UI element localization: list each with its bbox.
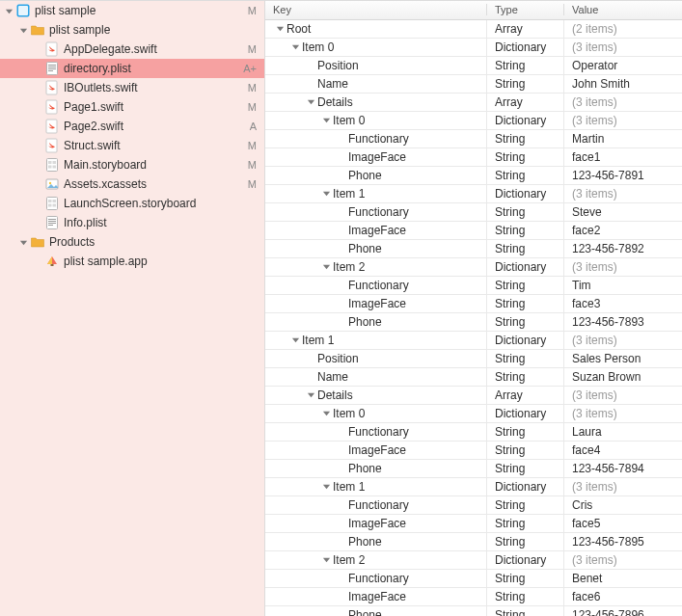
plist-key-cell[interactable]: Name (265, 368, 487, 386)
plist-value-cell[interactable]: Steve (564, 203, 682, 221)
plist-key-cell[interactable]: Item 1 (265, 478, 487, 495)
navigator-item[interactable]: Info.plist (0, 213, 264, 232)
plist-row[interactable]: ImageFaceStringface1 (265, 148, 682, 167)
plist-key-cell[interactable]: Phone (265, 606, 487, 616)
plist-row[interactable]: PhoneString123-456-7892 (265, 240, 682, 258)
plist-key-cell[interactable]: Item 1 (265, 185, 487, 202)
navigator-item[interactable]: plist sampleM (0, 1, 264, 20)
plist-key-cell[interactable]: Functionary (265, 570, 487, 587)
plist-row[interactable]: Item 0Dictionary(3 items) (265, 405, 682, 423)
plist-row[interactable]: ImageFaceStringface2 (265, 222, 682, 240)
plist-type-cell[interactable]: String (487, 148, 564, 166)
plist-row[interactable]: Item 1Dictionary(3 items) (265, 332, 682, 350)
plist-row[interactable]: FunctionaryStringCris (265, 496, 682, 515)
plist-value-cell[interactable]: (3 items) (564, 94, 682, 111)
plist-row[interactable]: DetailsArray(3 items) (265, 387, 682, 405)
plist-type-cell[interactable]: Array (487, 387, 564, 404)
plist-row[interactable]: Item 2Dictionary(3 items) (265, 551, 682, 570)
plist-type-cell[interactable]: Dictionary (487, 478, 564, 495)
plist-row[interactable]: Item 1Dictionary(3 items) (265, 478, 682, 496)
plist-type-cell[interactable]: String (487, 606, 564, 616)
plist-value-cell[interactable]: (3 items) (564, 258, 682, 276)
plist-type-cell[interactable]: String (487, 515, 564, 532)
plist-row[interactable]: PhoneString123-456-7893 (265, 313, 682, 332)
plist-key-cell[interactable]: Phone (265, 240, 487, 257)
plist-key-cell[interactable]: Phone (265, 167, 487, 184)
plist-type-cell[interactable]: String (487, 277, 564, 294)
plist-value-cell[interactable]: (3 items) (564, 478, 682, 495)
plist-row[interactable]: NameStringSuzan Brown (265, 368, 682, 387)
plist-key-cell[interactable]: Details (265, 94, 487, 111)
plist-value-cell[interactable]: (3 items) (564, 332, 682, 349)
plist-key-cell[interactable]: ImageFace (265, 442, 487, 459)
disclosure-triangle-icon[interactable] (290, 42, 300, 52)
navigator-item[interactable]: Page1.swiftM (0, 97, 264, 117)
plist-type-cell[interactable]: Dictionary (487, 332, 564, 349)
plist-key-cell[interactable]: Item 2 (265, 551, 487, 569)
plist-value-cell[interactable]: 123-456-7895 (564, 533, 682, 550)
plist-row[interactable]: Item 1Dictionary(3 items) (265, 185, 682, 203)
plist-row[interactable]: PhoneString123-456-7895 (265, 533, 682, 551)
plist-value-cell[interactable]: face1 (564, 148, 682, 166)
navigator-item[interactable]: Products (0, 232, 264, 252)
plist-type-cell[interactable]: String (487, 313, 564, 331)
plist-type-cell[interactable]: String (487, 423, 564, 441)
plist-row[interactable]: ImageFaceStringface3 (265, 295, 682, 313)
disclosure-triangle-icon[interactable] (18, 25, 28, 35)
plist-type-cell[interactable]: Array (487, 20, 564, 38)
plist-value-cell[interactable]: (3 items) (564, 185, 682, 202)
plist-value-cell[interactable]: John Smith (564, 75, 682, 93)
header-value[interactable]: Value (564, 4, 682, 15)
plist-type-cell[interactable]: String (487, 167, 564, 184)
plist-value-cell[interactable]: Suzan Brown (564, 368, 682, 386)
plist-value-cell[interactable]: (3 items) (564, 112, 682, 129)
plist-row[interactable]: FunctionaryStringSteve (265, 203, 682, 222)
plist-type-cell[interactable]: Dictionary (487, 112, 564, 129)
disclosure-triangle-icon[interactable] (321, 555, 331, 565)
plist-key-cell[interactable]: Phone (265, 460, 487, 477)
plist-type-cell[interactable]: String (487, 570, 564, 587)
plist-key-cell[interactable]: Item 0 (265, 39, 487, 56)
plist-key-cell[interactable]: Details (265, 387, 487, 404)
navigator-item[interactable]: AppDelegate.swiftM (0, 40, 264, 59)
plist-body[interactable]: RootArray(2 items)Item 0Dictionary(3 ite… (265, 20, 682, 616)
disclosure-triangle-icon[interactable] (275, 24, 285, 34)
disclosure-triangle-icon[interactable] (321, 189, 331, 199)
plist-row[interactable]: FunctionaryStringTim (265, 277, 682, 295)
plist-type-cell[interactable]: String (487, 240, 564, 257)
plist-value-cell[interactable]: Cris (564, 496, 682, 514)
plist-type-cell[interactable]: Array (487, 94, 564, 111)
plist-value-cell[interactable]: 123-456-7896 (564, 606, 682, 616)
plist-type-cell[interactable]: String (487, 57, 564, 74)
plist-type-cell[interactable]: String (487, 222, 564, 239)
plist-row[interactable]: ImageFaceStringface6 (265, 588, 682, 606)
plist-type-cell[interactable]: String (487, 203, 564, 221)
header-key[interactable]: Key (265, 4, 487, 15)
plist-type-cell[interactable]: String (487, 368, 564, 386)
plist-value-cell[interactable]: face3 (564, 295, 682, 312)
plist-type-cell[interactable]: String (487, 295, 564, 312)
navigator-item[interactable]: directory.plistA+ (0, 59, 264, 78)
plist-key-cell[interactable]: Functionary (265, 130, 487, 147)
disclosure-triangle-icon[interactable] (306, 390, 315, 400)
plist-type-cell[interactable]: Dictionary (487, 258, 564, 276)
plist-row[interactable]: PhoneString123-456-7891 (265, 167, 682, 185)
plist-key-cell[interactable]: ImageFace (265, 295, 487, 312)
header-type[interactable]: Type (487, 4, 564, 15)
plist-value-cell[interactable]: 123-456-7891 (564, 167, 682, 184)
plist-key-cell[interactable]: Phone (265, 313, 487, 331)
plist-value-cell[interactable]: (3 items) (564, 551, 682, 569)
plist-row[interactable]: ImageFaceStringface4 (265, 442, 682, 460)
plist-type-cell[interactable]: Dictionary (487, 185, 564, 202)
plist-type-cell[interactable]: Dictionary (487, 551, 564, 569)
plist-key-cell[interactable]: Item 1 (265, 332, 487, 349)
plist-value-cell[interactable]: 123-456-7892 (564, 240, 682, 257)
plist-value-cell[interactable]: 123-456-7894 (564, 460, 682, 477)
navigator-item[interactable]: IBOutlets.swiftM (0, 78, 264, 97)
plist-value-cell[interactable]: Martin (564, 130, 682, 147)
project-navigator[interactable]: plist sampleMplist sampleAppDelegate.swi… (0, 1, 265, 616)
plist-type-cell[interactable]: Dictionary (487, 39, 564, 56)
disclosure-triangle-icon[interactable] (18, 237, 28, 247)
plist-row[interactable]: FunctionaryStringLaura (265, 423, 682, 442)
plist-row[interactable]: PositionStringSales Person (265, 350, 682, 368)
